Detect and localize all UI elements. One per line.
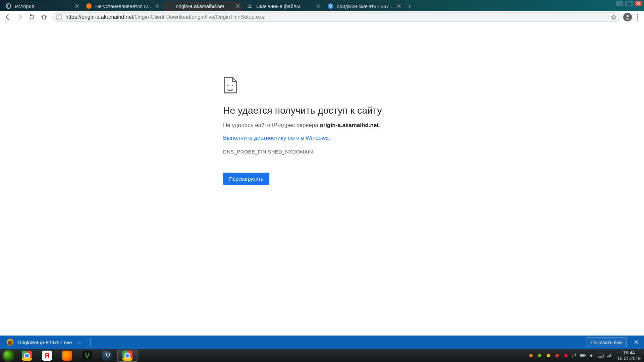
svg-rect-10 — [609, 355, 610, 357]
tab-title: origin-a.akamaihd.net — [176, 3, 233, 9]
yandex-icon: Я — [42, 351, 52, 361]
tray-icon[interactable] — [554, 353, 560, 359]
error-message: Не удалось найти IP-адрес сервера origin… — [223, 122, 431, 129]
svg-rect-5 — [585, 355, 586, 356]
home-button[interactable] — [38, 12, 50, 22]
tab-origin-forum[interactable]: Не устанавливается Origin — [83, 1, 162, 11]
taskbar-yandex[interactable]: Я — [37, 350, 57, 362]
chrome-menu-button[interactable] — [633, 14, 642, 20]
blank-favicon-icon — [166, 3, 172, 9]
tab-search-results[interactable]: ориджин скачать - 337 результ — [324, 1, 404, 11]
tray-icon[interactable] — [563, 353, 569, 359]
taskbar-chrome[interactable] — [17, 350, 37, 362]
circle-icon — [86, 3, 92, 9]
network-error-block: Не удается получить доступ к сайту Не уд… — [223, 77, 431, 185]
tray-clock[interactable]: 16:44 16.01.2019 — [617, 350, 641, 361]
tray-battery-icon[interactable] — [580, 353, 586, 359]
svg-rect-2 — [227, 85, 228, 86]
maximize-button[interactable] — [625, 1, 633, 6]
close-icon[interactable] — [74, 4, 79, 8]
tray-time: 16:44 — [617, 350, 641, 355]
minimize-button[interactable] — [616, 1, 623, 6]
svg-rect-0 — [628, 2, 630, 5]
system-tray: 16:44 16.01.2019 — [528, 350, 643, 361]
tray-flag-icon[interactable] — [572, 353, 578, 359]
window-controls — [616, 1, 642, 6]
firefox-icon — [62, 351, 72, 361]
tab-title: История — [15, 3, 72, 9]
reload-button[interactable] — [26, 12, 38, 22]
taskbar-steam[interactable] — [97, 350, 117, 362]
steam-icon — [102, 351, 112, 361]
tray-icon[interactable] — [545, 353, 551, 359]
tab-active-origin-akamai[interactable]: origin-a.akamaihd.net — [163, 1, 243, 11]
profile-avatar[interactable] — [623, 13, 632, 21]
tab-title: ориджин скачать - 337 результ — [337, 3, 394, 9]
download-filename: OriginSetup-809757.exe — [17, 340, 72, 345]
windows-taskbar: Я V 16:44 16.01.2019 — [0, 349, 644, 362]
svg-rect-8 — [607, 356, 608, 357]
url-text: https://origin-a.akamaihd.net/Origin-Cli… — [65, 14, 265, 20]
tray-volume-icon[interactable] — [589, 353, 595, 359]
new-tab-button[interactable] — [405, 1, 415, 11]
history-icon — [5, 3, 11, 9]
tray-icon[interactable] — [528, 353, 534, 359]
svg-rect-6 — [581, 355, 584, 356]
window-close-button[interactable] — [635, 1, 642, 6]
chrome-icon — [122, 351, 132, 361]
close-icon[interactable] — [155, 4, 160, 8]
tray-keyboard-icon[interactable] — [598, 353, 604, 359]
forward-button[interactable] — [14, 12, 25, 22]
show-all-downloads-button[interactable]: Показать все — [586, 338, 627, 347]
bookmark-star-icon[interactable] — [611, 14, 617, 20]
download-item[interactable]: ⬤ OriginSetup-809757.exe ︿ — [3, 338, 86, 347]
close-icon[interactable] — [235, 4, 240, 8]
close-icon[interactable] — [396, 4, 401, 8]
svg-rect-3 — [232, 85, 233, 86]
taskbar-pinned-apps: Я V — [17, 350, 138, 362]
download-icon — [247, 3, 253, 9]
gta-v-icon: V — [82, 351, 92, 361]
download-shelf: ⬤ OriginSetup-809757.exe ︿ Показать все … — [0, 336, 644, 349]
network-diagnostics-link[interactable]: Выполните диагностику сети в Windows. — [223, 135, 330, 141]
back-button[interactable] — [2, 12, 13, 22]
tab-downloads[interactable]: Скачанные файлы — [244, 1, 323, 11]
error-title: Не удается получить доступ к сайту — [223, 105, 431, 116]
tab-history[interactable]: История — [2, 1, 82, 11]
svg-point-1 — [627, 15, 629, 17]
chevron-up-icon[interactable]: ︿ — [77, 339, 82, 345]
svg-rect-11 — [610, 354, 611, 357]
error-code: DNS_PROBE_FINISHED_NXDOMAIN — [223, 149, 431, 155]
tray-date: 16.01.2019 — [617, 356, 641, 361]
chrome-icon — [22, 351, 32, 361]
sad-page-icon — [223, 77, 238, 94]
site-info-icon[interactable]: i — [56, 14, 62, 20]
taskbar-gtav[interactable]: V — [77, 350, 97, 362]
taskbar-chrome-active[interactable] — [117, 350, 138, 362]
svg-rect-9 — [608, 356, 609, 357]
close-icon[interactable] — [316, 4, 321, 8]
start-button[interactable] — [1, 350, 15, 361]
tab-title: Скачанные файлы — [256, 3, 314, 9]
close-shelf-button[interactable]: ✕ — [632, 339, 641, 346]
tab-strip: История Не устанавливается Origin origin… — [0, 0, 415, 11]
window-titlebar: История Не устанавливается Origin origin… — [0, 0, 644, 11]
address-bar[interactable]: i https://origin-a.akamaihd.net/Origin-C… — [52, 12, 621, 22]
browser-toolbar: i https://origin-a.akamaihd.net/Origin-C… — [0, 11, 644, 23]
tray-icon[interactable] — [537, 353, 543, 359]
tray-wifi-icon[interactable] — [606, 353, 612, 359]
search-icon — [327, 3, 333, 9]
exe-file-icon: ⬤ — [7, 339, 13, 346]
reload-page-button[interactable]: Перезагрузить — [223, 173, 269, 185]
separator — [90, 338, 91, 347]
tab-title: Не устанавливается Origin — [95, 3, 153, 9]
page-content: Не удается получить доступ к сайту Не уд… — [0, 23, 644, 343]
taskbar-firefox[interactable] — [57, 350, 77, 362]
